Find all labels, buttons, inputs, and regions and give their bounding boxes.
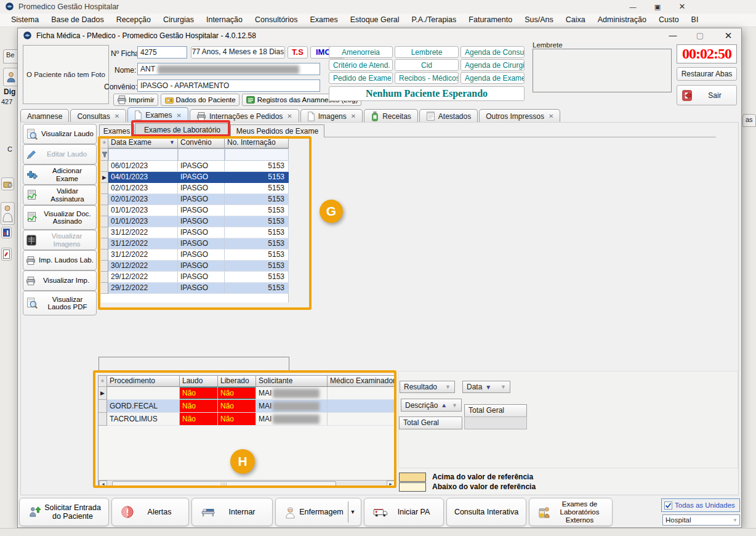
table-row[interactable]: 31/12/2022IPASGO5153: [101, 238, 288, 250]
table-row[interactable]: GORD.FECALNãoNãoMAI: [99, 400, 395, 413]
cell-solicitante[interactable]: MAI: [256, 413, 328, 426]
sidebar-adicionar-exame[interactable]: Adicionar Exame: [23, 164, 97, 185]
cell-internacao[interactable]: 5153: [225, 205, 289, 216]
footer-internar[interactable]: Internar: [191, 498, 273, 526]
cell-solicitante[interactable]: MAI: [256, 400, 328, 413]
cell-laudo[interactable]: Não: [180, 400, 218, 413]
cell-medico-examinador[interactable]: [328, 400, 395, 413]
table-row[interactable]: ▶04/01/2023IPASGO5153: [101, 172, 288, 183]
cell-data-exame[interactable]: 04/01/2023: [108, 172, 178, 183]
background-tab-right[interactable]: as: [742, 114, 756, 127]
cell-data-exame[interactable]: 02/01/2023: [108, 183, 178, 194]
menu-cirurgias[interactable]: Cirurgias: [157, 14, 200, 26]
pivot-total-col-header[interactable]: Total Geral: [464, 404, 527, 417]
cell-convenio[interactable]: IPASGO: [178, 261, 225, 272]
quick-criterio-de-atend[interactable]: Critério de Atend.: [329, 59, 393, 71]
table-row[interactable]: TACROLIMUSNãoNãoMAI: [99, 413, 395, 426]
tab-internacoes-e-pedidos[interactable]: Internações e Pedidos✕: [190, 109, 299, 123]
menu-caixa[interactable]: Caixa: [560, 14, 592, 26]
footer-enfermagem[interactable]: Enfermagem▼: [275, 498, 361, 526]
sidebar-visualizar-laudo[interactable]: Visualizar Laudo: [23, 124, 97, 144]
quick-cid[interactable]: Cid: [395, 59, 459, 71]
tab-close-icon[interactable]: ✕: [115, 113, 119, 120]
cell-convenio[interactable]: IPASGO: [178, 250, 225, 261]
exams-table[interactable]: ✳Data Exame▼ConvênioNo. Internação06/01/…: [101, 137, 289, 303]
cell-laudo[interactable]: Não: [180, 387, 218, 400]
column-header-data-exame[interactable]: Data Exame▼: [108, 137, 178, 148]
column-header-solicitante[interactable]: Solicitante: [256, 376, 328, 387]
cell-internacao[interactable]: 5153: [225, 283, 289, 294]
filter-cell[interactable]: [178, 148, 225, 161]
background-folder-lock-icon[interactable]: [1, 177, 14, 190]
cell-data-exame[interactable]: 31/12/2022: [108, 238, 178, 250]
column-header-procedimento[interactable]: Procedimento: [107, 376, 180, 387]
app-maximize-icon[interactable]: ▣: [650, 2, 665, 12]
footer-consulta-interativa[interactable]: Consulta Interativa: [446, 498, 526, 526]
tab-outros-impressos[interactable]: Outros Impressos✕: [479, 109, 560, 123]
menu-base-de-dados[interactable]: Base de Dados: [45, 14, 110, 26]
app-close-icon[interactable]: ✕: [675, 2, 690, 12]
background-person-icon[interactable]: [1, 202, 15, 225]
table-row[interactable]: 06/01/2023IPASGO5153: [101, 161, 288, 172]
pivot-data-button[interactable]: Data▼▼: [462, 381, 510, 393]
action-dados-do-paciente[interactable]: Dados do Paciente: [161, 94, 239, 106]
sidebar-visualizar-imagens[interactable]: Visualizar Imagens: [23, 230, 97, 250]
scroll-right-icon[interactable]: ►: [387, 481, 395, 487]
subtab-exames-de-laboratorio[interactable]: Exames de Laboratório: [135, 123, 230, 137]
cell-internacao[interactable]: 5153: [225, 250, 289, 261]
scroll-thumb[interactable]: ||||: [112, 481, 336, 486]
cell-liberado[interactable]: Não: [218, 400, 256, 413]
exit-button[interactable]: Sair: [677, 85, 737, 105]
dropdown-icon[interactable]: ▼: [348, 509, 357, 515]
menu-sistema[interactable]: Sistema: [5, 14, 45, 26]
quick-recibos-medicos[interactable]: Recibos - Médicos: [395, 72, 459, 84]
footer-alertas[interactable]: Alertas: [111, 498, 189, 526]
cell-internacao[interactable]: 5153: [225, 172, 289, 183]
quick-lembrete[interactable]: Lembrete: [395, 46, 459, 58]
dialog-close-icon[interactable]: ✕: [720, 30, 737, 42]
menu-exames[interactable]: Exames: [304, 14, 344, 26]
subtab-exames[interactable]: Exames: [99, 124, 134, 137]
table-row[interactable]: 02/01/2023IPASGO5153: [101, 183, 288, 194]
quick-agenda-de-cirurgias[interactable]: Agenda de Cirurgias: [460, 59, 525, 71]
table-row[interactable]: 29/12/2022IPASGO5153: [101, 272, 288, 283]
action-imprimir[interactable]: Imprimir: [113, 94, 158, 106]
footer-iniciar-pa[interactable]: Iniciar PA: [364, 498, 444, 526]
sidebar-visualizar-doc-assinado[interactable]: Visualizar Doc. Assinado: [23, 205, 97, 230]
tab-close-icon[interactable]: ✕: [287, 113, 292, 120]
restore-tabs-button[interactable]: Restaurar Abas: [677, 67, 737, 81]
cell-liberado[interactable]: Não: [218, 413, 256, 426]
cell-internacao[interactable]: 5153: [225, 272, 289, 283]
menu-internacao[interactable]: Internação: [200, 14, 249, 26]
tab-close-icon[interactable]: ✕: [549, 113, 553, 120]
menu-faturamento[interactable]: Faturamento: [462, 14, 518, 26]
menu-administracao[interactable]: Administração: [592, 14, 653, 26]
cell-data-exame[interactable]: 30/12/2022: [108, 261, 178, 272]
column-header-liberado[interactable]: Liberado: [218, 376, 256, 387]
tab-imagens[interactable]: Imagens✕: [300, 109, 363, 123]
exams-filter-row[interactable]: [101, 148, 288, 161]
nome-input[interactable]: ANT: [137, 63, 320, 75]
menu-p-a-terapias[interactable]: P.A./Terapias: [406, 14, 463, 26]
table-corner-icon[interactable]: ✳: [101, 137, 108, 148]
pivot-resultado-button[interactable]: Resultado▼: [400, 381, 455, 393]
cell-convenio[interactable]: IPASGO: [178, 216, 225, 227]
tab-exames[interactable]: Exames✕: [127, 107, 188, 123]
table-corner-icon[interactable]: ✳: [99, 376, 107, 387]
procedures-hscrollbar[interactable]: ◄ |||| ►: [99, 480, 395, 487]
cell-convenio[interactable]: IPASGO: [178, 194, 225, 205]
cell-convenio[interactable]: IPASGO: [178, 272, 225, 283]
cell-convenio[interactable]: IPASGO: [178, 172, 225, 183]
cell-internacao[interactable]: 5153: [225, 261, 289, 272]
pivot-total-row-header[interactable]: Total Geral: [399, 416, 462, 429]
footer-solicitar-entrada-do-paciente[interactable]: Solicitar Entrada do Paciente: [19, 498, 109, 526]
table-row[interactable]: 01/01/2023IPASGO5153: [101, 216, 288, 227]
sidebar-imp-laudos-lab[interactable]: Imp. Laudos Lab.: [23, 250, 97, 270]
cell-internacao[interactable]: 5153: [225, 194, 289, 205]
ts-button[interactable]: T.S: [288, 46, 308, 59]
sidebar-visualizar-imp[interactable]: Visualizar Imp.: [23, 270, 97, 291]
cell-convenio[interactable]: IPASGO: [178, 161, 225, 172]
checkbox-checked-icon[interactable]: [664, 501, 672, 510]
background-notepad-icon[interactable]: [1, 248, 12, 261]
lembrete-panel[interactable]: [533, 49, 672, 92]
